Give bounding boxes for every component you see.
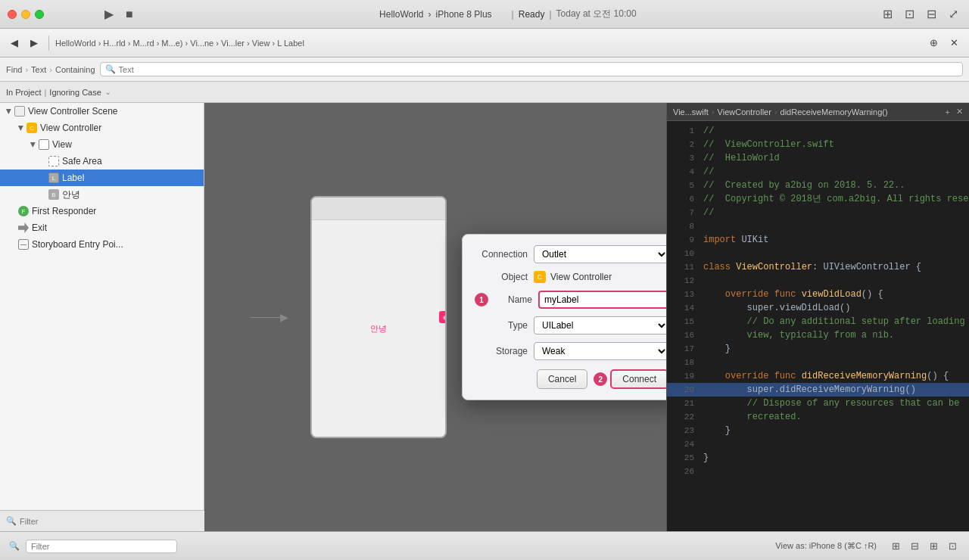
build-status: Ready [519,9,545,20]
find-input[interactable] [119,65,958,74]
connection-select-wrap[interactable]: Outlet Action [534,245,666,263]
dialog-row-storage: Storage Weak Strong [475,342,666,360]
code-line-11: 11 class ViewController: UIViewControlle… [667,260,969,274]
dialog-row-type: Type UILabel UIView [475,316,666,334]
dialog-row-connection: Connection Outlet Action [475,245,666,263]
code-line-25: 25 } [667,451,969,465]
code-line-4: 4 // [667,165,969,179]
sidebar-item-safearea[interactable]: Safe Area [0,153,204,170]
vc-label: View Controller [40,123,101,133]
object-value: View Controller [550,272,612,282]
view-label: View [52,139,72,150]
maximize-button[interactable] [35,10,44,19]
storage-label: Storage [475,346,528,356]
breadcrumb-sep-2: › [49,65,52,74]
button-label: 안녕 [62,188,80,201]
code-line-2: 2 // ViewController.swift [667,138,969,151]
vc-icon: C [26,123,37,133]
panel-toggle-left[interactable]: ⊞ [880,5,896,23]
code-line-3: 3 // HelloWorld [667,151,969,165]
code-body: 1 // 2 // ViewController.swift 3 // Hell… [667,121,969,531]
storage-select[interactable]: Weak Strong [534,342,666,360]
badge-2: 2 [594,372,607,386]
code-line-18: 18 [667,356,969,369]
dialog-buttons: Cancel 2 Connect [475,369,666,389]
close-editor-button[interactable]: ✕ [946,35,963,51]
sidebar-item-firstresponder[interactable]: F First Responder [0,203,204,219]
find-input-wrap: 🔍 [100,62,963,76]
close-button[interactable] [8,10,17,19]
connect-group: 2 Connect [594,369,666,389]
layout-button[interactable]: ⊡ [946,539,960,553]
entry-arrowhead: ▶ [280,311,288,323]
sidebar-item-view[interactable]: ▶ View [0,136,204,153]
sidebar-item-exit[interactable]: Exit [0,219,204,236]
run-button[interactable]: ▶ [101,5,117,23]
code-line-10: 10 [667,247,969,260]
canvas-area: ▶ ◉ 안녕 Connection Outlet [204,103,666,531]
stop-button[interactable]: ■ [123,6,136,23]
sidebar-item-storyboard[interactable]: Storyboard Entry Poi... [0,236,204,253]
toolbar-back[interactable]: ◀ [6,35,23,51]
exit-icon [18,222,29,233]
main-layout: ▶ View Controller Scene ▶ C View Control… [0,103,969,531]
cancel-button[interactable]: Cancel [537,369,587,389]
add-tab-icon[interactable]: + [946,107,950,117]
findbar-breadcrumb: Find › Text › Containing [6,65,95,74]
connection-select[interactable]: Outlet Action [534,245,666,263]
sidebar-item-button[interactable]: B 안녕 [0,186,204,203]
close-tab-icon[interactable]: ✕ [956,107,963,117]
object-label: Object [475,272,528,282]
scope-sep: | [44,88,46,97]
titlebar-right: ⊞ ⊡ ⊟ ⤢ [880,5,961,23]
label-icon: L [48,173,59,183]
crumb-func[interactable]: didReceiveMemoryWarning() [780,107,888,117]
breadcrumb-sep-1: › [25,65,28,74]
type-select-wrap[interactable]: UILabel UIView [534,316,666,334]
dialog-row-object: Object C View Controller [475,271,666,283]
sidebar: ▶ View Controller Scene ▶ C View Control… [0,103,204,531]
bottombar-filter-input[interactable] [26,540,177,553]
connect-dialog[interactable]: Connection Outlet Action Object C View C… [462,234,666,400]
add-editor-button[interactable]: ⊕ [925,35,943,51]
triangle-scene: ▶ [5,109,13,114]
toolbar-forward[interactable]: ▶ [26,35,42,51]
sidebar-item-scene[interactable]: ▶ View Controller Scene [0,103,204,120]
sidebar-filter-input[interactable] [20,517,198,526]
type-label: Type [475,320,528,331]
bottombar-buttons: ⊞ ⊟ ⊞ ⊡ [889,539,960,553]
fullscreen-button[interactable]: ⤢ [946,5,961,23]
storyboard-label: Storyboard Entry Poi... [32,239,123,250]
panel-toggle-right[interactable]: ⊟ [924,5,939,23]
scope-option[interactable]: Ignoring Case [49,88,101,97]
code-line-26: 26 [667,465,969,478]
code-line-8: 8 [667,219,969,233]
titlebar-center: HelloWorld › iPhone 8 Plus | Ready | Tod… [142,8,874,20]
crumb-class[interactable]: ViewController [718,107,771,117]
bottombar: 🔍 View as: iPhone 8 (⌘C ↑R) ⊞ ⊟ ⊞ ⊡ [0,531,969,560]
minimize-button[interactable] [21,10,30,19]
zoom-in-button[interactable]: ⊞ [927,539,941,553]
search-icon: 🔍 [105,64,116,74]
panel-toggle-mid[interactable]: ⊡ [902,5,918,23]
containing-label: Containing [55,65,95,74]
code-line-20: 20 super.didReceiveMemoryWarning() [667,383,969,397]
zoom-fit-button[interactable]: ⊞ [889,539,903,553]
scope-label: In Project [6,88,41,97]
storage-select-wrap[interactable]: Weak Strong [534,342,666,360]
view-icon [39,139,49,150]
name-input[interactable] [538,291,666,309]
sidebar-item-label[interactable]: L Label [0,170,204,186]
connect-button[interactable]: Connect [610,369,666,389]
crumb-file[interactable]: Vie...swift [673,107,709,117]
scopebar: In Project | Ignoring Case ⌄ [0,82,969,103]
findbar: Find › Text › Containing 🔍 [0,58,969,82]
code-line-7: 7 // [667,206,969,219]
sidebar-item-viewcontroller[interactable]: ▶ C View Controller [0,120,204,136]
code-line-9: 9 import UIKit [667,233,969,247]
filter-icon: 🔍 [6,516,17,526]
entry-arrow-group: ▶ [250,311,288,323]
type-select[interactable]: UILabel UIView [534,316,666,334]
zoom-out-button[interactable]: ⊟ [908,539,922,553]
code-line-21: 21 // Dispose of any resources that can … [667,397,969,410]
